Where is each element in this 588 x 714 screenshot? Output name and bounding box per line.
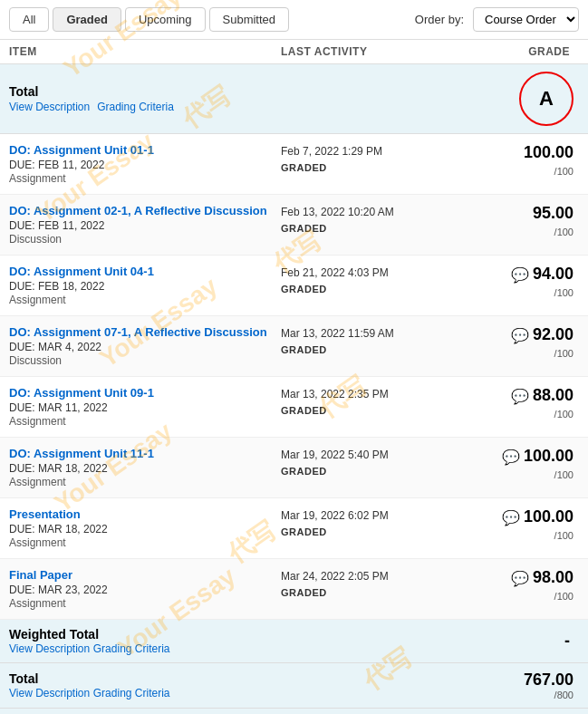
assign-middle-0: Feb 7, 2022 1:29 PM GRADED — [281, 143, 479, 176]
assign-left-7: Final Paper DUE: MAR 23, 2022 Assignment — [9, 568, 281, 610]
total-row-left: Total View Description Grading Criteria — [9, 84, 281, 113]
assign-grade-1: 95.00 /100 — [533, 204, 574, 237]
weighted-value: - — [479, 632, 579, 651]
total-row-right: A — [479, 72, 579, 126]
assign-left-1: DO: Assignment 02-1, A Reflective Discus… — [9, 204, 281, 246]
assign-right-4: 💬 88.00 /100 — [479, 386, 579, 420]
assign-due-4: DUE: MAR 11, 2022 — [9, 401, 281, 414]
assign-grade-3: 92.00 /100 — [533, 325, 574, 359]
assign-left-2: DO: Assignment Unit 04-1 DUE: FEB 18, 20… — [9, 265, 281, 306]
assign-type-4: Assignment — [9, 415, 281, 428]
assign-right-5: 💬 100.00 /100 — [479, 447, 579, 480]
assign-status-4: GRADED — [281, 405, 327, 416]
grade-circle: A — [519, 72, 574, 126]
assign-status-5: GRADED — [281, 466, 327, 477]
weighted-label: Weighted Total — [9, 627, 281, 642]
bottom-total-row-0: Total View Description Grading Criteria … — [0, 663, 588, 709]
assign-title-2[interactable]: DO: Assignment Unit 04-1 — [9, 265, 281, 278]
assign-grade-7: 98.00 /100 — [533, 568, 574, 602]
assign-type-7: Assignment — [9, 597, 281, 610]
assign-title-1[interactable]: DO: Assignment 02-1, A Reflective Discus… — [9, 204, 281, 217]
bottom-total-row-1: Total View Description Grading Criteria … — [0, 709, 588, 714]
assign-due-5: DUE: MAR 18, 2022 — [9, 462, 281, 475]
assign-status-1: GRADED — [281, 223, 327, 234]
assignment-row: Final Paper DUE: MAR 23, 2022 Assignment… — [0, 559, 588, 620]
assign-grade-0: 100.00 /100 — [524, 143, 574, 177]
assignments-container: DO: Assignment Unit 01-1 DUE: FEB 11, 20… — [0, 134, 588, 620]
tab-submitted[interactable]: Submitted — [209, 7, 290, 32]
assignment-row: DO: Assignment Unit 04-1 DUE: FEB 18, 20… — [0, 256, 588, 316]
assignment-row: DO: Assignment Unit 09-1 DUE: MAR 11, 20… — [0, 377, 588, 438]
assign-left-4: DO: Assignment Unit 09-1 DUE: MAR 11, 20… — [9, 386, 281, 428]
assign-right-6: 💬 100.00 /100 — [479, 507, 579, 541]
comment-icon: 💬 — [511, 570, 529, 587]
weighted-view-description-link[interactable]: View Description — [9, 642, 90, 655]
assign-title-4[interactable]: DO: Assignment Unit 09-1 — [9, 386, 281, 400]
assign-grade-4: 88.00 /100 — [533, 386, 574, 420]
assignment-row: DO: Assignment 02-1, A Reflective Discus… — [0, 195, 588, 256]
weighted-row-links: View Description Grading Criteria — [9, 642, 281, 655]
assign-type-2: Assignment — [9, 294, 281, 306]
assign-title-7[interactable]: Final Paper — [9, 568, 281, 582]
assign-due-3: DUE: MAR 4, 2022 — [9, 341, 281, 353]
assign-right-3: 💬 92.00 /100 — [479, 325, 579, 359]
assign-grade-2: 94.00 /100 — [533, 265, 574, 298]
assign-left-0: DO: Assignment Unit 01-1 DUE: FEB 11, 20… — [9, 143, 281, 185]
total-label: Total — [9, 84, 281, 99]
btl-0: Total View Description Grading Criteria — [9, 671, 281, 700]
bt-links-0: View Description Grading Criteria — [9, 686, 281, 700]
assign-status-6: GRADED — [281, 526, 327, 537]
assign-due-0: DUE: FEB 11, 2022 — [9, 159, 281, 171]
btr-0: 767.00 /800 — [479, 671, 579, 700]
table-header: ITEM LAST ACTIVITY GRADE — [0, 40, 588, 64]
grade-letter: A — [539, 87, 554, 111]
assign-left-3: DO: Assignment 07-1, A Reflective Discus… — [9, 325, 281, 367]
assign-right-0: 100.00 /100 — [479, 143, 579, 177]
total-row-links: View Description Grading Criteria — [9, 101, 281, 113]
assign-right-1: 95.00 /100 — [479, 204, 579, 237]
tab-graded[interactable]: Graded — [53, 7, 121, 32]
assign-title-0[interactable]: DO: Assignment Unit 01-1 — [9, 143, 281, 157]
assignment-row: DO: Assignment Unit 01-1 DUE: FEB 11, 20… — [0, 134, 588, 195]
total-grading-criteria-link[interactable]: Grading Criteria — [97, 101, 174, 113]
assignment-row: DO: Assignment Unit 11-1 DUE: MAR 18, 20… — [0, 438, 588, 498]
bt-grading-0[interactable]: Grading Criteria — [93, 687, 170, 700]
assign-type-6: Assignment — [9, 536, 281, 549]
assign-middle-5: Mar 19, 2022 5:40 PM GRADED — [281, 447, 479, 479]
assign-status-2: GRADED — [281, 284, 327, 294]
col-header-activity: LAST ACTIVITY — [281, 45, 479, 58]
assign-status-7: GRADED — [281, 587, 327, 598]
assign-type-0: Assignment — [9, 172, 281, 185]
weighted-left: Weighted Total View Description Grading … — [9, 627, 281, 655]
comment-icon: 💬 — [502, 509, 520, 526]
assign-status-0: GRADED — [281, 162, 327, 173]
order-select[interactable]: Course Order Due Date Name — [473, 7, 579, 32]
assign-middle-6: Mar 19, 2022 6:02 PM GRADED — [281, 507, 479, 540]
assign-due-6: DUE: MAR 18, 2022 — [9, 523, 281, 536]
assign-left-6: Presentation DUE: MAR 18, 2022 Assignmen… — [9, 507, 281, 549]
tab-upcoming[interactable]: Upcoming — [125, 7, 206, 32]
bt-view-desc-0[interactable]: View Description — [9, 687, 90, 700]
weighted-grading-criteria-link[interactable]: Grading Criteria — [93, 642, 170, 655]
comment-icon: 💬 — [511, 327, 529, 344]
total-view-description-link[interactable]: View Description — [9, 101, 90, 113]
tab-all[interactable]: All — [9, 7, 49, 32]
order-by-label: Order by: — [415, 13, 464, 26]
assign-type-1: Discussion — [9, 233, 281, 246]
assign-type-5: Assignment — [9, 476, 281, 488]
bottom-totals-container: Total View Description Grading Criteria … — [0, 663, 588, 714]
assign-title-5[interactable]: DO: Assignment Unit 11-1 — [9, 447, 281, 460]
assign-due-2: DUE: FEB 18, 2022 — [9, 280, 281, 293]
assign-title-3[interactable]: DO: Assignment 07-1, A Reflective Discus… — [9, 325, 281, 339]
assign-title-6[interactable]: Presentation — [9, 507, 281, 521]
col-header-grade: GRADE — [479, 45, 579, 58]
assign-middle-1: Feb 13, 2022 10:20 AM GRADED — [281, 204, 479, 236]
assign-middle-3: Mar 13, 2022 11:59 AM GRADED — [281, 325, 479, 358]
tabs-bar: All Graded Upcoming Submitted Order by: … — [0, 0, 588, 40]
assign-status-3: GRADED — [281, 344, 327, 355]
assign-due-1: DUE: FEB 11, 2022 — [9, 219, 281, 232]
assign-middle-4: Mar 13, 2022 2:35 PM GRADED — [281, 386, 479, 419]
bt-label-0: Total — [9, 671, 281, 686]
assign-grade-6: 100.00 /100 — [524, 507, 574, 541]
assign-left-5: DO: Assignment Unit 11-1 DUE: MAR 18, 20… — [9, 447, 281, 488]
